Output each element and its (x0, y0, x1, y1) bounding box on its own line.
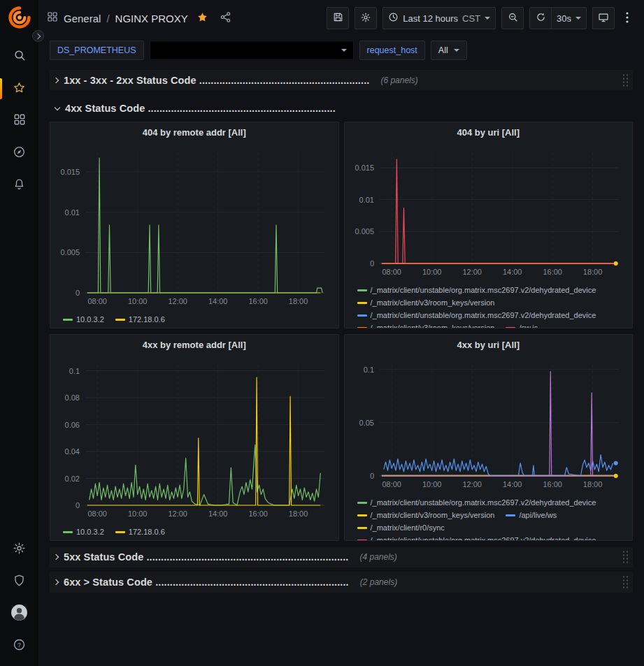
legend-item[interactable]: 10.0.3.2 (63, 526, 104, 538)
panel-header[interactable]: 404 by remote addr [All] (50, 122, 338, 142)
row-drag-handle[interactable] (622, 576, 629, 589)
legend-item[interactable]: /_matrix/client/v3/room_keys/version (357, 509, 495, 521)
panel-header[interactable]: 404 by uri [All] (345, 122, 633, 142)
legend-swatch (506, 514, 515, 516)
sidebar-item-dashboards[interactable] (0, 105, 38, 137)
favorite-star-button[interactable] (194, 8, 211, 28)
kebab-menu-button[interactable] (620, 7, 634, 29)
panel-header[interactable]: 4xx by uri [All] (345, 335, 633, 354)
sidebar-item-server-admin[interactable] (0, 565, 38, 598)
zoom-out-button[interactable] (501, 7, 524, 29)
zoom-out-icon (508, 12, 518, 24)
row-6xx-status-code[interactable]: 6xx > Status Code ......................… (50, 572, 633, 593)
sidebar-item-profile[interactable] (0, 598, 38, 630)
panel-body: 08:0010:0012:0014:0016:0018:0000.0050.01… (345, 142, 633, 328)
share-button[interactable] (217, 8, 234, 28)
svg-text:12:00: 12:00 (168, 297, 187, 305)
sidebar-item-explore[interactable] (0, 137, 38, 169)
legend-swatch (357, 302, 367, 304)
svg-text:18:00: 18:00 (289, 297, 308, 305)
main-area: General / NGINX PROXY (38, 0, 644, 666)
request-host-variable-label: request_host (359, 41, 425, 60)
panel-title: 404 by uri [All] (457, 127, 520, 138)
legend-item[interactable]: /_matrix/client/unstable/org.matrix.msc2… (357, 534, 596, 541)
avatar (10, 604, 28, 624)
time-range-picker[interactable]: Last 12 hours CST (382, 7, 496, 29)
chevron-down-icon (454, 49, 459, 52)
svg-text:0: 0 (369, 259, 373, 268)
svg-text:14:00: 14:00 (208, 509, 228, 518)
datasource-variable-label: DS_PROMETHEUS (50, 41, 144, 60)
time-series-chart[interactable]: 08:0010:0012:0014:0016:0018:0000.020.040… (55, 354, 333, 521)
svg-text:16:00: 16:00 (543, 480, 562, 488)
row-4xx-status-code[interactable]: 4xx Status Code ........................… (50, 99, 633, 117)
row-5xx-status-code[interactable]: 5xx Status Code ........................… (50, 546, 633, 567)
svg-text:08:00: 08:00 (382, 480, 401, 488)
legend-swatch (506, 327, 515, 329)
legend-item[interactable]: /api/live/ws (506, 509, 557, 521)
kiosk-mode-button[interactable] (592, 7, 615, 29)
panel-404-by-remote-addr: 404 by remote addr [All] 08:0010:0012:00… (50, 122, 339, 328)
svg-text:16:00: 16:00 (543, 268, 562, 276)
legend-item[interactable]: /_matrix/client/v3/room_keys/version (357, 321, 495, 328)
svg-text:08:00: 08:00 (87, 297, 107, 305)
row-drag-handle[interactable] (622, 74, 629, 87)
legend-item[interactable]: /_matrix/client/r0/sync (357, 521, 445, 534)
svg-text:16:00: 16:00 (248, 509, 268, 518)
time-series-chart[interactable]: 08:0010:0012:0014:0016:0018:0000.050.1 (349, 354, 627, 491)
chart-legend: 10.0.3.2172.18.0.6 (55, 523, 334, 538)
sidebar-item-help[interactable]: ? (0, 630, 38, 662)
panel-grid: 404 by remote addr [All] 08:0010:0012:00… (50, 122, 633, 541)
row-title: 5xx Status Code ........................… (64, 551, 348, 563)
chart-legend: /_matrix/client/unstable/org.matrix.msc2… (349, 494, 629, 541)
dashboard-settings-button[interactable] (355, 7, 377, 29)
refresh-button[interactable] (529, 7, 552, 29)
shield-icon (13, 574, 26, 590)
svg-text:12:00: 12:00 (168, 509, 187, 518)
svg-text:0.1: 0.1 (363, 365, 373, 374)
legend-item[interactable]: /sw.js (506, 321, 538, 328)
sidebar-item-configuration[interactable] (0, 533, 38, 565)
breadcrumb: General / NGINX PROXY (47, 8, 234, 28)
row-1xx-3xx-2xx-status-code[interactable]: 1xx - 3xx - 2xx Status Code ............… (50, 70, 633, 91)
sidebar-item-starred[interactable] (0, 73, 38, 105)
legend-swatch (63, 531, 73, 533)
legend-item[interactable]: /_matrix/client/unstable/org.matrix.msc2… (357, 284, 596, 296)
legend-item[interactable]: 172.18.0.6 (115, 313, 165, 326)
chevron-right-icon (53, 554, 59, 560)
panel-header[interactable]: 4xx by remote addr [All] (50, 335, 338, 354)
legend-item[interactable]: /_matrix/client/unstable/org.matrix.msc2… (357, 496, 596, 509)
svg-text:08:00: 08:00 (382, 268, 401, 276)
row-panel-count: (6 panels) (380, 75, 417, 85)
svg-text:0.05: 0.05 (359, 419, 373, 427)
grafana-app: ? General / NGINX PROXY (0, 0, 644, 666)
chevron-down-icon (341, 49, 347, 52)
legend-item[interactable]: 172.18.0.6 (115, 526, 165, 538)
sidebar-item-alerting[interactable] (0, 169, 38, 201)
svg-text:0.015: 0.015 (355, 164, 374, 172)
save-dashboard-button[interactable] (327, 7, 349, 29)
row-drag-handle[interactable] (622, 551, 629, 564)
svg-text:0.015: 0.015 (60, 168, 80, 176)
grafana-logo[interactable] (6, 6, 33, 32)
svg-text:0.005: 0.005 (355, 227, 374, 236)
svg-text:14:00: 14:00 (208, 297, 228, 305)
breadcrumb-section[interactable]: General (64, 13, 101, 24)
svg-text:0.06: 0.06 (65, 421, 80, 429)
chart-legend: 10.0.3.2172.18.0.6 (55, 311, 334, 326)
row-panel-count: (4 panels) (359, 552, 396, 562)
svg-text:0.01: 0.01 (65, 208, 80, 217)
legend-item[interactable]: 10.0.3.2 (63, 313, 104, 326)
time-series-chart[interactable]: 08:0010:0012:0014:0016:0018:0000.0050.01… (349, 142, 627, 279)
sidebar-item-search[interactable] (0, 41, 38, 73)
legend-swatch (357, 514, 367, 516)
sidebar-collapse-button[interactable] (32, 30, 44, 42)
legend-item[interactable]: /_matrix/client/v3/room_keys/version (357, 296, 495, 309)
time-series-chart[interactable]: 08:0010:0012:0014:0016:0018:0000.0050.01… (55, 142, 333, 308)
request-host-select[interactable]: All (431, 41, 467, 60)
datasource-select[interactable] (150, 41, 354, 60)
refresh-interval-dropdown[interactable]: 30s (552, 7, 587, 29)
legend-item[interactable]: /_matrix/client/unstable/org.matrix.msc2… (357, 309, 596, 321)
refresh-icon (536, 12, 546, 24)
dashboard-title[interactable]: NGINX PROXY (115, 13, 188, 24)
